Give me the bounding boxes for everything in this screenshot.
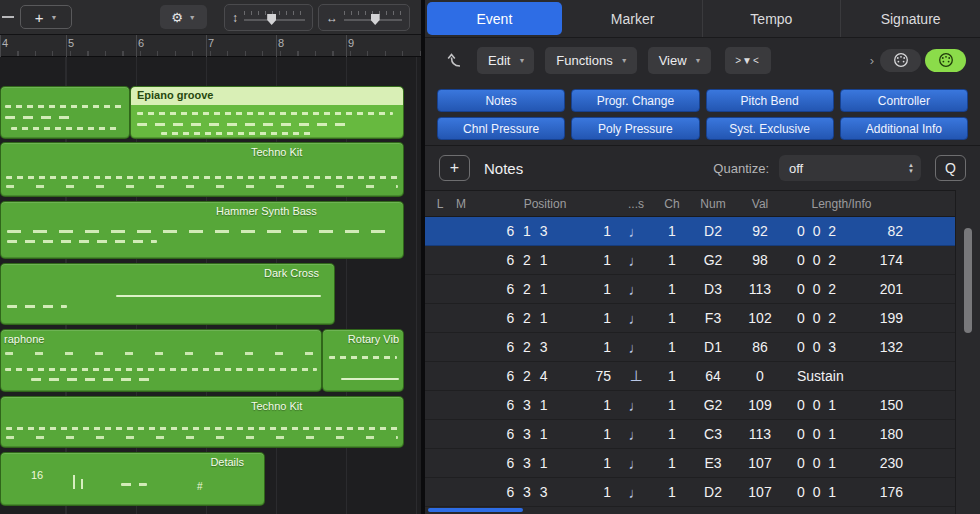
col-channel[interactable]: Ch [655,197,689,211]
event-row[interactable]: 6 3 3 1 ♩ 1 D2 107 0 0 1 176 [425,478,955,507]
slider-thumb[interactable] [371,14,380,25]
event-row[interactable]: 6 2 4 75 ⊥ 1 64 0 Sustain [425,362,955,391]
cell-tick[interactable]: 1 [581,281,617,297]
add-event-button[interactable]: + [439,155,470,181]
cell-position[interactable]: 6 1 3 [473,223,581,239]
tab-tempo[interactable]: Tempo [703,0,842,37]
cell-tick[interactable]: 1 [581,310,617,326]
region-techno-kit-1[interactable]: Techno Kit [0,142,404,197]
event-status-icon[interactable]: ♩ [617,281,655,298]
event-filter-button[interactable]: >▼< [725,47,771,74]
region-epiano-groove[interactable]: Epiano groove [130,86,404,139]
region-hammer-synth-bass[interactable]: Hammer Synth Bass [0,201,404,259]
col-position[interactable]: Position [473,197,617,211]
menu-edit[interactable]: Edit▼ [477,47,534,74]
event-row[interactable]: 6 2 3 1 ♩ 1 D1 86 0 0 3 132 [425,333,955,362]
display-level-button[interactable] [439,47,469,73]
region-rotary-vib[interactable]: Rotary Vib [322,329,404,392]
cell-position[interactable]: 6 3 1 [473,455,581,471]
col-m[interactable]: M [449,197,473,211]
menu-view[interactable]: View▼ [648,47,711,74]
col-val[interactable]: Val [737,197,783,211]
event-row[interactable]: 6 1 3 1 ♩ 1 D2 92 0 0 2 82 [425,217,955,246]
cell-val[interactable]: 113 [737,426,783,442]
slider-thumb[interactable] [267,14,276,25]
event-row[interactable]: 6 2 1 1 ♩ 1 G2 98 0 0 2 174 [425,246,955,275]
cell-num[interactable]: G2 [689,397,737,413]
cell-val[interactable]: 92 [737,223,783,239]
cell-channel[interactable]: 1 [655,252,689,268]
event-row[interactable]: 6 2 1 1 ♩ 1 F3 102 0 0 2 199 [425,304,955,333]
cell-num[interactable]: F3 [689,310,737,326]
cell-val[interactable]: 113 [737,281,783,297]
bar-ruler[interactable]: 456789 [0,35,421,57]
cell-channel[interactable]: 1 [655,397,689,413]
cell-tick[interactable]: 75 [581,368,617,384]
quantize-dropdown[interactable]: off ▲▼ [779,155,921,181]
cell-num[interactable]: D1 [689,339,737,355]
menu-functions[interactable]: Functions▼ [545,47,636,74]
cell-val[interactable]: 107 [737,484,783,500]
cell-tick[interactable]: 1 [581,455,617,471]
event-status-icon[interactable]: ⊥ [617,367,655,385]
cell-position[interactable]: 6 3 1 [473,426,581,442]
cell-tick[interactable]: 1 [581,223,617,239]
cell-channel[interactable]: 1 [655,484,689,500]
cell-length-info[interactable]: 0 0 2 82 [783,223,955,239]
region-unnamed[interactable] [0,86,130,139]
cell-length-info[interactable]: 0 0 1 176 [783,484,955,500]
cell-num[interactable]: E3 [689,455,737,471]
cell-val[interactable]: 107 [737,455,783,471]
cell-length-info[interactable]: 0 0 1 150 [783,397,955,413]
tab-event[interactable]: Event [427,2,562,35]
filter-progr-change[interactable]: Progr. Change [571,89,699,112]
cell-channel[interactable]: 1 [655,223,689,239]
cell-val[interactable]: 0 [737,368,783,384]
col-status[interactable]: ...s [617,197,655,211]
cell-channel[interactable]: 1 [655,368,689,384]
quantize-apply-button[interactable]: Q [935,155,966,181]
event-status-icon[interactable]: ♩ [617,339,655,356]
cell-val[interactable]: 98 [737,252,783,268]
cell-position[interactable]: 6 2 4 [473,368,581,384]
settings-menu-button[interactable]: ⚙ ▼ [160,5,207,29]
cell-channel[interactable]: 1 [655,426,689,442]
cell-tick[interactable]: 1 [581,397,617,413]
cell-tick[interactable]: 1 [581,484,617,500]
event-status-icon[interactable]: ♩ [617,223,655,240]
filter-notes[interactable]: Notes [437,89,565,112]
event-status-icon[interactable]: ♩ [617,252,655,269]
horizontal-zoom-slider[interactable] [344,10,402,25]
vertical-scrollbar[interactable] [964,228,972,333]
cell-position[interactable]: 6 3 3 [473,484,581,500]
cell-channel[interactable]: 1 [655,310,689,326]
add-track-button[interactable]: + ▼ [20,5,72,29]
cell-val[interactable]: 102 [737,310,783,326]
filter-chnl-pressure[interactable]: Chnl Pressure [437,117,565,140]
cell-position[interactable]: 6 2 3 [473,339,581,355]
filter-additional-info[interactable]: Additional Info [840,117,968,140]
cell-tick[interactable]: 1 [581,426,617,442]
cell-length-info[interactable]: 0 0 3 132 [783,339,955,355]
cell-val[interactable]: 109 [737,397,783,413]
midi-in-toggle[interactable] [925,49,966,72]
filter-poly-pressure[interactable]: Poly Pressure [571,117,699,140]
cell-length-info[interactable]: Sustain [783,368,955,384]
cell-channel[interactable]: 1 [655,339,689,355]
vertical-zoom-slider[interactable] [244,10,305,25]
cell-position[interactable]: 6 3 1 [473,397,581,413]
cell-channel[interactable]: 1 [655,455,689,471]
midi-out-toggle[interactable] [880,49,921,72]
cell-tick[interactable]: 1 [581,339,617,355]
region-details[interactable]: Details 16 # [0,452,265,506]
tab-marker[interactable]: Marker [564,0,703,37]
event-row[interactable]: 6 2 1 1 ♩ 1 D3 113 0 0 2 201 [425,275,955,304]
cell-num[interactable]: G2 [689,252,737,268]
filter-controller[interactable]: Controller [840,89,968,112]
col-l[interactable]: L [431,197,449,211]
region-vibraphone[interactable]: raphone [0,329,322,392]
horizontal-scroll-indicator[interactable] [428,508,523,512]
tab-signature[interactable]: Signature [841,0,980,37]
cell-num[interactable]: D2 [689,484,737,500]
filter-syst-exclusive[interactable]: Syst. Exclusive [706,117,834,140]
